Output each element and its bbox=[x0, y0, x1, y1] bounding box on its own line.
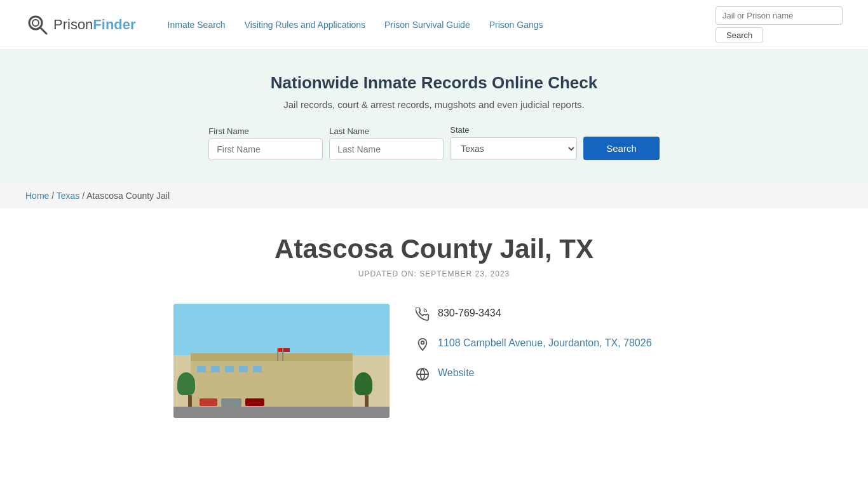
website-text: Website bbox=[438, 367, 475, 379]
phone-icon bbox=[415, 308, 430, 325]
header-search-button[interactable]: Search bbox=[715, 27, 763, 43]
location-icon bbox=[415, 337, 430, 355]
svg-point-3 bbox=[421, 341, 424, 344]
svg-line-1 bbox=[40, 27, 46, 34]
nav: Inmate Search Visiting Rules and Applica… bbox=[168, 19, 696, 30]
header-search-bar: Search bbox=[715, 6, 843, 43]
last-name-input[interactable] bbox=[329, 139, 444, 160]
address-link[interactable]: 1108 Campbell Avenue, Jourdanton, TX, 78… bbox=[438, 337, 652, 348]
hero-title: Nationwide Inmate Records Online Check bbox=[13, 73, 855, 93]
nav-prison-gangs[interactable]: Prison Gangs bbox=[489, 19, 543, 30]
nav-prison-survival[interactable]: Prison Survival Guide bbox=[384, 19, 470, 30]
website-item: Website bbox=[415, 367, 652, 384]
website-link[interactable]: Website bbox=[438, 367, 475, 378]
breadcrumb-sep1: / bbox=[51, 191, 57, 201]
logo-icon bbox=[25, 13, 50, 37]
first-name-input[interactable] bbox=[208, 139, 323, 160]
state-group: State AlabamaAlaskaArizonaArkansasCalifo… bbox=[450, 125, 577, 160]
svg-point-2 bbox=[32, 20, 39, 26]
info-list: 830-769-3434 1108 Campbell Avenue, Jourd… bbox=[415, 304, 652, 384]
details-row: 830-769-3434 1108 Campbell Avenue, Jourd… bbox=[173, 304, 695, 418]
logo-link[interactable]: PrisonFinder bbox=[25, 13, 136, 37]
nav-visiting-rules[interactable]: Visiting Rules and Applications bbox=[245, 19, 365, 30]
hero-section: Nationwide Inmate Records Online Check J… bbox=[0, 50, 868, 183]
last-name-group: Last Name bbox=[329, 126, 444, 160]
hero-search-button[interactable]: Search bbox=[583, 137, 660, 160]
updated-label: UPDATED ON: SEPTEMBER 23, 2023 bbox=[173, 269, 695, 278]
hero-form: First Name Last Name State AlabamaAlaska… bbox=[13, 125, 855, 160]
breadcrumb-state[interactable]: Texas bbox=[57, 191, 80, 201]
first-name-group: First Name bbox=[208, 126, 323, 160]
hero-subtitle: Jail records, court & arrest records, mu… bbox=[13, 99, 855, 110]
breadcrumb-home[interactable]: Home bbox=[25, 191, 49, 201]
phone-item: 830-769-3434 bbox=[415, 308, 652, 325]
main-content: Atascosa County Jail, TX UPDATED ON: SEP… bbox=[148, 234, 720, 418]
facility-image bbox=[173, 304, 390, 418]
globe-icon bbox=[415, 367, 430, 384]
logo-text: PrisonFinder bbox=[53, 17, 136, 33]
breadcrumb: Home / Texas / Atascosa County Jail bbox=[0, 183, 868, 208]
state-label: State bbox=[450, 125, 577, 135]
address-item: 1108 Campbell Avenue, Jourdanton, TX, 78… bbox=[415, 337, 652, 355]
address-text: 1108 Campbell Avenue, Jourdanton, TX, 78… bbox=[438, 337, 652, 349]
phone-number: 830-769-3434 bbox=[438, 308, 501, 319]
state-select[interactable]: AlabamaAlaskaArizonaArkansasCaliforniaCo… bbox=[450, 137, 577, 160]
header-search-input[interactable] bbox=[715, 6, 843, 25]
header: PrisonFinder Inmate Search Visiting Rule… bbox=[0, 0, 868, 50]
first-name-label: First Name bbox=[208, 126, 323, 136]
breadcrumb-current: Atascosa County Jail bbox=[86, 191, 170, 201]
facility-title: Atascosa County Jail, TX bbox=[173, 234, 695, 264]
last-name-label: Last Name bbox=[329, 126, 444, 136]
nav-inmate-search[interactable]: Inmate Search bbox=[168, 19, 226, 30]
